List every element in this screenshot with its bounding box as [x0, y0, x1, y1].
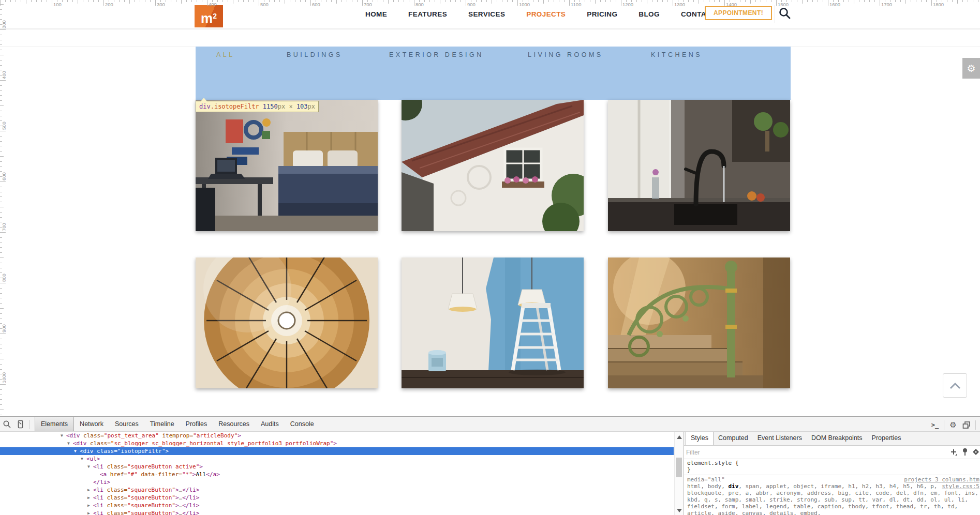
tab-resources[interactable]: Resources [213, 417, 255, 431]
portfolio-card-bedroom[interactable] [196, 100, 378, 231]
rule-source-link[interactable]: style.css:5 [940, 483, 979, 490]
portfolio-card-spiral-staircase[interactable] [196, 258, 378, 388]
search-button[interactable] [778, 7, 792, 20]
ruler-label: 400 [1, 65, 7, 79]
tree-row[interactable]: ▶<li class="squareButton">…</li> [0, 494, 674, 502]
tree-row[interactable]: ▶<li class="squareButton">…</li> [0, 502, 674, 509]
media-source-link[interactable]: projects 3 columns.htm [902, 476, 979, 483]
nav-item-blog[interactable]: BLOG [639, 10, 660, 18]
sidebar-tab-properties[interactable]: Properties [867, 432, 906, 445]
portfolio-card-ladder-blue-wall[interactable] [402, 258, 584, 388]
tree-row[interactable]: <a href="#" data-filter="*">All</a> [0, 471, 674, 478]
tree-row[interactable]: ▼<div class="post_text_area" itemprop="a… [0, 432, 674, 440]
code-token: > [175, 494, 179, 501]
code-token: </li> [93, 479, 110, 486]
tree-row-selected[interactable]: ▼<div class="isotopeFiltr"> [0, 447, 674, 455]
dock-side-button[interactable] [960, 418, 973, 432]
sidebar-tab-dom-breakpoints[interactable]: DOM Breakpoints [807, 432, 867, 445]
ruler-tick [0, 369, 2, 370]
ruler-tick [0, 303, 2, 304]
ruler-tick [0, 339, 2, 339]
collapse-arrow-icon[interactable]: ▶ [87, 502, 93, 509]
code-token: </li> [182, 487, 199, 493]
code-token: <a [100, 471, 107, 478]
scroll-up-arrow-icon[interactable] [677, 435, 682, 439]
selector-token: blockquote, pre, a, abbr, acronym, addre… [687, 490, 978, 496]
filter-item-all[interactable]: ALL [216, 51, 235, 58]
devtools-tabs: ElementsNetworkSourcesTimelineProfilesRe… [35, 417, 320, 431]
nav-item-home[interactable]: HOME [365, 10, 387, 18]
tree-row[interactable]: ▼<ul> [0, 455, 674, 463]
code-token: </a> [206, 471, 220, 478]
ruler-tick [0, 131, 6, 131]
tree-row[interactable]: ▶<li class="squareButton">…</li> [0, 509, 674, 515]
sidebar-tab-styles[interactable]: Styles [686, 432, 714, 445]
scrollbar-thumb[interactable] [676, 458, 682, 477]
pushpin-icon[interactable] [962, 448, 968, 456]
styles-filter-input[interactable] [685, 447, 904, 458]
tab-audits[interactable]: Audits [255, 417, 285, 431]
ladder-blue-wall-image [402, 258, 584, 388]
expand-arrow-icon[interactable]: ▼ [67, 440, 73, 447]
collapse-arrow-icon[interactable]: ▶ [87, 509, 93, 515]
code-token: </li> [182, 502, 199, 509]
code-token: <li [93, 510, 103, 515]
filter-item-exterior-design[interactable]: EXTERIOR DESIGN [389, 51, 484, 58]
settings-button[interactable]: ⚙ [946, 418, 960, 432]
tree-row[interactable]: ▼<div class="sc_blogger sc_blogger_horiz… [0, 440, 674, 447]
sidebar-tab-event-listeners[interactable]: Event Listeners [753, 432, 807, 445]
inspect-element-button[interactable] [0, 418, 13, 431]
code-token: <li [93, 487, 103, 493]
code-token: "squareButton" [127, 502, 175, 509]
portfolio-card-green-railing[interactable] [608, 258, 790, 388]
console-drawer-button[interactable]: >_ [928, 418, 942, 432]
expand-arrow-icon[interactable]: ▼ [74, 447, 80, 455]
site-logo[interactable]: m2 [195, 5, 223, 27]
tree-row[interactable]: ▼<li class="squareButton active"> [0, 463, 674, 471]
filter-item-living-rooms[interactable]: LIVING ROOMS [528, 51, 603, 58]
nav-item-services[interactable]: SERVICES [468, 10, 505, 18]
tab-sources[interactable]: Sources [109, 417, 144, 431]
nav-item-features[interactable]: FEATURES [408, 10, 447, 18]
tab-profiles[interactable]: Profiles [180, 417, 213, 431]
ruler-tick [0, 85, 2, 86]
ruler-tick [0, 141, 2, 142]
new-style-rule-plus-icon[interactable] [950, 448, 958, 456]
ruler-tick [0, 415, 2, 415]
expand-arrow-icon[interactable]: ▼ [61, 432, 66, 440]
main-nav: HOMEFEATURESSERVICESPROJECTSPRICINGBLOGC… [365, 0, 721, 28]
tree-row[interactable]: </li> [0, 478, 674, 486]
expand-arrow-icon[interactable]: ▼ [87, 463, 93, 471]
nav-item-pricing[interactable]: PRICING [587, 10, 617, 18]
portfolio-card-kitchen-faucet[interactable] [608, 100, 790, 231]
expand-arrow-icon[interactable]: ▼ [81, 455, 86, 463]
sidebar-tab-computed[interactable]: Computed [714, 432, 753, 445]
filter-item-buildings[interactable]: BUILDINGS [287, 51, 343, 58]
nav-item-projects[interactable]: PROJECTS [526, 10, 566, 18]
portfolio-card-house-exterior[interactable] [402, 100, 584, 231]
scroll-down-arrow-icon[interactable] [677, 509, 682, 512]
element-state-diamond-icon[interactable] [972, 448, 979, 456]
ruler-tick [0, 258, 4, 258]
scroll-to-top-button[interactable] [943, 373, 967, 398]
collapse-arrow-icon[interactable]: ▶ [87, 494, 93, 502]
element-style-open[interactable]: element.style { [687, 460, 980, 466]
code-token: > [333, 440, 337, 447]
appointment-button[interactable]: APPOINTMENT! [705, 6, 772, 20]
selector-line: html, body, div, span, applet, object, i… [687, 483, 980, 490]
tab-timeline[interactable]: Timeline [144, 417, 180, 431]
theme-customizer-tab[interactable]: ⚙ [962, 58, 980, 79]
code-token: > [175, 502, 179, 509]
ruler-tick [0, 151, 2, 152]
elements-scrollbar[interactable] [674, 432, 684, 515]
ruler-tick [0, 116, 2, 116]
collapse-arrow-icon[interactable]: ▶ [87, 486, 93, 494]
selector-line: fieldset, form, label, legend, table, ca… [687, 503, 980, 510]
filter-item-kitchens[interactable]: KITCHENS [651, 51, 702, 58]
tab-elements[interactable]: Elements [35, 417, 74, 431]
tree-row[interactable]: ▶<li class="squareButton">…</li> [0, 486, 674, 494]
ruler-tick [0, 278, 2, 278]
tab-network[interactable]: Network [74, 417, 109, 431]
tab-console[interactable]: Console [285, 417, 320, 431]
device-mode-button[interactable] [13, 418, 27, 431]
